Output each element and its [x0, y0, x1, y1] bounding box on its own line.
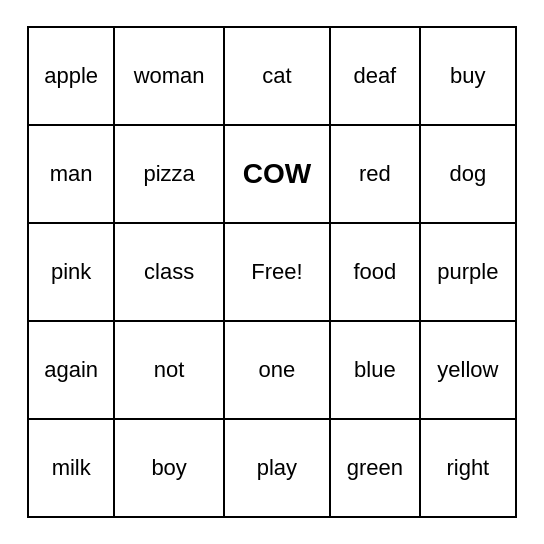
table-row: applewomancatdeafbuy — [28, 27, 516, 125]
table-row: manpizzaCOWreddog — [28, 125, 516, 223]
bingo-cell: buy — [420, 27, 516, 125]
bingo-cell: COW — [224, 125, 330, 223]
bingo-cell: deaf — [330, 27, 420, 125]
bingo-cell: yellow — [420, 321, 516, 419]
bingo-cell: class — [114, 223, 223, 321]
bingo-cell: milk — [28, 419, 114, 517]
bingo-cell: dog — [420, 125, 516, 223]
bingo-cell: again — [28, 321, 114, 419]
bingo-cell: blue — [330, 321, 420, 419]
bingo-cell: not — [114, 321, 223, 419]
bingo-cell: food — [330, 223, 420, 321]
bingo-board: applewomancatdeafbuymanpizzaCOWreddogpin… — [27, 26, 517, 518]
bingo-cell: Free! — [224, 223, 330, 321]
bingo-cell: woman — [114, 27, 223, 125]
bingo-cell: apple — [28, 27, 114, 125]
bingo-cell: man — [28, 125, 114, 223]
table-row: pinkclassFree!foodpurple — [28, 223, 516, 321]
bingo-cell: pink — [28, 223, 114, 321]
bingo-cell: red — [330, 125, 420, 223]
bingo-cell: boy — [114, 419, 223, 517]
bingo-cell: play — [224, 419, 330, 517]
bingo-cell: one — [224, 321, 330, 419]
bingo-cell: green — [330, 419, 420, 517]
bingo-cell: right — [420, 419, 516, 517]
bingo-cell: pizza — [114, 125, 223, 223]
table-row: milkboyplaygreenright — [28, 419, 516, 517]
table-row: againnotoneblueyellow — [28, 321, 516, 419]
bingo-cell: purple — [420, 223, 516, 321]
bingo-cell: cat — [224, 27, 330, 125]
